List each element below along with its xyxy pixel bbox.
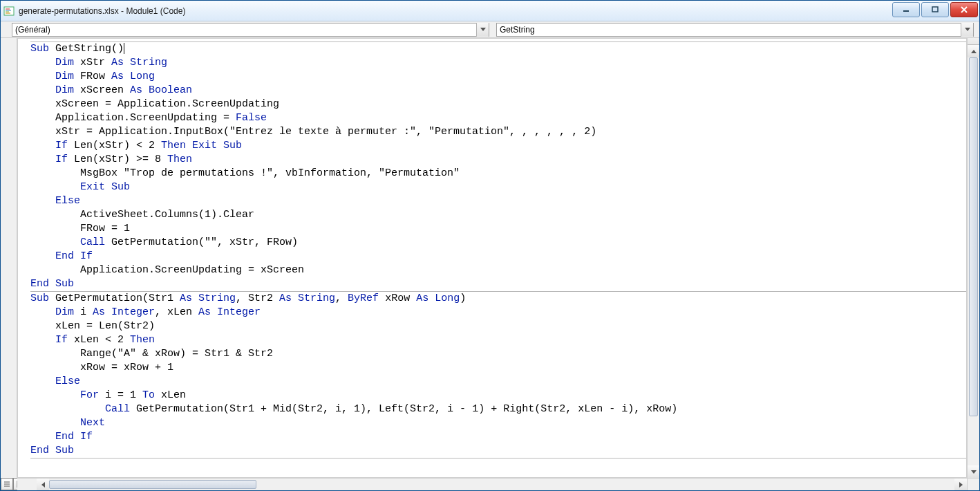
- chevron-up-icon: [971, 50, 977, 53]
- horizontal-scroll-thumb[interactable]: [49, 480, 256, 489]
- window-controls: [892, 2, 978, 17]
- minimize-button[interactable]: [892, 2, 920, 17]
- left-gutter: [1, 38, 17, 490]
- title-bar: generate-permutations.xlsx - Module1 (Co…: [1, 1, 979, 21]
- vertical-scroll-track[interactable]: [968, 57, 979, 465]
- object-dropdown-value: (Général): [15, 25, 50, 35]
- code-content[interactable]: Sub GetString() Dim xStr As String Dim F…: [18, 39, 966, 461]
- chevron-down-icon: [971, 470, 977, 474]
- dropdown-row: (Général) GetString: [1, 21, 979, 38]
- scroll-down-button[interactable]: [968, 465, 979, 478]
- close-button[interactable]: [950, 2, 978, 17]
- svg-rect-5: [932, 7, 938, 12]
- vertical-scroll-thumb[interactable]: [969, 57, 978, 416]
- chevron-down-icon: [961, 23, 973, 37]
- chevron-down-icon: [476, 23, 489, 37]
- procedure-view-button[interactable]: [1, 478, 13, 490]
- text-caret: [124, 43, 124, 54]
- chevron-right-icon: [959, 482, 963, 488]
- horizontal-scrollbar[interactable]: [17, 478, 967, 490]
- scroll-right-button[interactable]: [954, 479, 967, 490]
- window-title: generate-permutations.xlsx - Module1 (Co…: [19, 6, 185, 16]
- code-editor[interactable]: Sub GetString() Dim xStr As String Dim F…: [17, 38, 967, 478]
- object-dropdown[interactable]: (Général): [12, 23, 489, 37]
- code-outer: Sub GetString() Dim xStr As String Dim F…: [1, 38, 979, 490]
- code-wrapper: Sub GetString() Dim xStr As String Dim F…: [17, 38, 979, 490]
- split-handle[interactable]: [968, 38, 979, 45]
- vertical-scrollbar[interactable]: [967, 38, 979, 478]
- chevron-left-icon: [41, 482, 45, 488]
- scroll-up-button[interactable]: [968, 45, 979, 57]
- scroll-left-button[interactable]: [37, 479, 49, 490]
- procedure-dropdown-value: GetString: [500, 25, 535, 35]
- maximize-button[interactable]: [921, 2, 949, 17]
- procedure-dropdown[interactable]: GetString: [496, 23, 974, 37]
- vba-module-icon: [3, 6, 15, 17]
- svg-rect-0: [4, 7, 14, 15]
- scrollbar-corner: [967, 478, 979, 490]
